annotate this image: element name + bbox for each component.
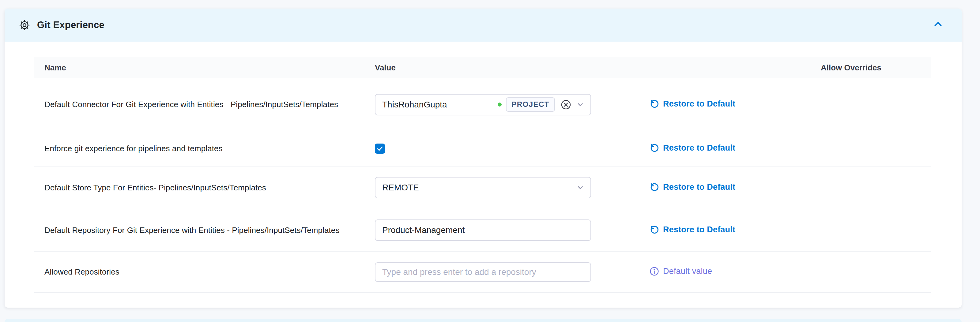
scope-badge: PROJECT [506, 97, 555, 112]
default-value-label: Default value [663, 266, 712, 276]
chevron-down-icon [576, 184, 584, 192]
connector-select-field[interactable]: ThisRohanGupta PROJECT [375, 94, 591, 116]
git-experience-accordion-header[interactable]: Git Experience [5, 9, 962, 41]
checkmark-icon [375, 144, 385, 154]
git-experience-panel: Git Experience Name Value Allow Override… [5, 9, 962, 308]
setting-name: Default Store Type For Entities- Pipelin… [34, 183, 375, 192]
info-icon [649, 266, 659, 276]
selected-store-type: REMOTE [382, 183, 419, 192]
restore-label: Restore to Default [663, 182, 735, 192]
default-value-indicator[interactable]: Default value [649, 266, 712, 276]
chevron-down-icon[interactable] [576, 101, 584, 109]
restore-label: Restore to Default [663, 225, 735, 235]
panel-title: Git Experience [37, 20, 105, 31]
next-section-header-peek[interactable] [5, 319, 962, 322]
default-repository-input[interactable] [375, 219, 591, 241]
restore-label: Restore to Default [663, 99, 735, 109]
allowed-repositories-input[interactable] [375, 262, 591, 282]
collapse-section-button[interactable] [932, 18, 946, 32]
column-header-value: Value [375, 63, 649, 73]
restore-to-default-button[interactable]: Restore to Default [649, 99, 735, 109]
setting-row-store-type: Default Store Type For Entities- Pipelin… [34, 167, 931, 209]
setting-row-allowed-repositories: Allowed Repositories Default val [34, 252, 931, 293]
restore-icon [649, 143, 659, 153]
setting-name: Default Repository For Git Experience wi… [34, 225, 375, 235]
restore-label: Restore to Default [663, 143, 735, 153]
table-header-row: Name Value Allow Overrides [34, 57, 931, 78]
chevron-up-icon [932, 18, 946, 32]
column-header-name: Name [34, 63, 375, 73]
setting-row-default-connector: Default Connector For Git Experience wit… [34, 78, 931, 131]
restore-to-default-button[interactable]: Restore to Default [649, 225, 735, 235]
connector-name: ThisRohanGupta [382, 100, 447, 109]
restore-icon [649, 99, 659, 109]
restore-to-default-button[interactable]: Restore to Default [649, 182, 735, 192]
enforce-git-checkbox[interactable] [375, 144, 385, 154]
column-header-allow-overrides: Allow Overrides [821, 63, 931, 73]
restore-icon [649, 225, 659, 235]
setting-row-default-repository: Default Repository For Git Experience wi… [34, 209, 931, 252]
settings-table: Name Value Allow Overrides Default Conne… [34, 57, 931, 293]
gear-icon [19, 19, 30, 31]
setting-name: Allowed Repositories [34, 267, 375, 277]
green-status-dot [498, 103, 502, 106]
restore-to-default-button[interactable]: Restore to Default [649, 143, 735, 153]
circle-x-icon[interactable] [560, 99, 571, 110]
setting-row-enforce-git: Enforce git experience for pipelines and… [34, 131, 931, 167]
restore-icon [649, 182, 659, 192]
setting-name: Default Connector For Git Experience wit… [34, 100, 375, 109]
setting-name: Enforce git experience for pipelines and… [34, 144, 375, 153]
store-type-select[interactable]: REMOTE [375, 177, 591, 198]
